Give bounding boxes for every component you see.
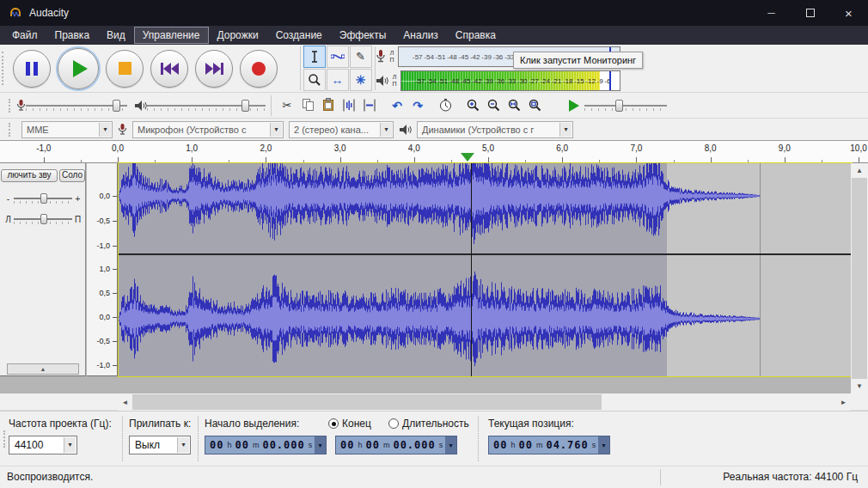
horizontal-scroll-thumb[interactable] — [132, 394, 602, 410]
timeline-label: 1,0 — [177, 143, 206, 153]
menu-generate[interactable]: Создание — [267, 27, 331, 44]
input-channels-combobox[interactable]: 2 (стерео) кана...▾ — [289, 121, 394, 138]
fit-selection-button[interactable] — [504, 95, 524, 116]
scroll-down-button[interactable]: ▼ — [851, 379, 868, 393]
cut-button[interactable]: ✂ — [277, 95, 297, 116]
menu-analyze[interactable]: Анализ — [394, 27, 447, 44]
trim-audio-button[interactable] — [339, 95, 359, 116]
output-volume-slider[interactable] — [147, 100, 266, 112]
paste-icon — [321, 98, 336, 113]
undo-button[interactable]: ↶ — [387, 95, 407, 116]
track-vertical-ruler[interactable]: 0,0-0,5-1,01,00,50,0-0,5-1,0 — [87, 163, 118, 376]
copy-button[interactable] — [297, 95, 318, 116]
selection-end-field[interactable]: 00h 00m 00.000s ▾ — [335, 436, 457, 454]
paste-button[interactable] — [318, 95, 339, 116]
meter-db-label: -36 — [495, 76, 505, 84]
toolbar-grip[interactable] — [3, 430, 8, 448]
vertical-scrollbar[interactable]: ▲ ▼ — [851, 163, 868, 393]
playhead-marker[interactable] — [461, 153, 474, 162]
toolbar-grip[interactable] — [9, 99, 13, 113]
selection-end-radio-label[interactable]: Конец — [342, 418, 371, 430]
input-device-combobox[interactable]: Микрофон (Устройство с▾ — [132, 121, 284, 138]
multi-tool-button[interactable]: ✳ — [350, 69, 372, 91]
zoom-in-button[interactable] — [462, 95, 483, 116]
pan-left-label: Л — [5, 215, 11, 224]
timeline-label: 8,0 — [696, 143, 725, 153]
meter-db-label: -51 — [437, 76, 448, 84]
time-field-dropdown-icon[interactable]: ▾ — [445, 436, 456, 454]
timeline-label: 6,0 — [547, 143, 577, 153]
mute-button[interactable]: лючить зву — [1, 169, 58, 182]
waveform-canvas[interactable] — [119, 163, 852, 376]
menu-effect[interactable]: Эффекты — [331, 27, 395, 44]
selection-length-radio-label[interactable]: Длительность — [402, 418, 469, 430]
status-bar: Воспроизводится. Реальная частота: 44100… — [0, 466, 868, 488]
pause-button[interactable] — [13, 50, 51, 88]
skip-to-end-button[interactable] — [195, 50, 233, 88]
vertical-scroll-thumb[interactable] — [852, 178, 867, 379]
sync-lock-button[interactable] — [435, 95, 455, 116]
play-button[interactable] — [58, 48, 99, 89]
scroll-right-button[interactable]: ► — [836, 393, 851, 411]
scroll-up-button[interactable]: ▲ — [851, 163, 868, 178]
selection-tool-button[interactable] — [303, 46, 326, 68]
timeshift-tool-button[interactable]: ↔ — [327, 69, 349, 91]
timeline-label: 4,0 — [400, 143, 429, 153]
fit-project-button[interactable] — [524, 95, 545, 116]
menu-transport[interactable]: Управление — [134, 27, 209, 44]
selection-length-radio[interactable] — [388, 418, 399, 429]
pan-slider[interactable] — [14, 213, 72, 225]
zoom-tool-button[interactable] — [303, 69, 326, 91]
toolbar-grip[interactable] — [9, 123, 13, 137]
meter-db-label: -51 — [436, 52, 446, 60]
maximize-button[interactable] — [791, 0, 829, 26]
gain-thumb[interactable] — [40, 193, 47, 204]
snap-to-combobox[interactable]: Выкл▾ — [129, 436, 191, 454]
timeline-ruler[interactable]: -1,00,01,02,03,04,05,06,07,08,09,010,0 — [0, 141, 868, 163]
close-button[interactable]: × — [829, 0, 868, 26]
play-at-speed-button[interactable] — [564, 95, 584, 116]
envelope-tool-button[interactable] — [327, 46, 349, 68]
amplitude-label: 1,0 — [99, 265, 110, 273]
record-button[interactable] — [240, 50, 278, 88]
current-position-field[interactable]: 00h 00m 04.760s ▾ — [488, 436, 610, 454]
project-rate-combobox[interactable]: 44100▾ — [9, 436, 77, 454]
menu-file[interactable]: Файл — [3, 27, 46, 44]
horizontal-scrollbar-row: ◄ ► — [0, 393, 868, 411]
input-volume-slider[interactable] — [26, 100, 127, 112]
output-device-combobox[interactable]: Динамики (Устройство с г▾ — [417, 121, 573, 138]
stop-button[interactable] — [106, 50, 144, 88]
play-speed-slider[interactable] — [584, 100, 667, 112]
menu-view[interactable]: Вид — [98, 27, 134, 44]
skip-to-start-icon — [161, 63, 179, 75]
minimize-button[interactable]: ─ — [752, 0, 791, 26]
selection-start-field[interactable]: 00h 00m 00.000s ▾ — [205, 436, 327, 454]
menu-edit[interactable]: Правка — [46, 27, 99, 44]
pencil-icon: ✎ — [356, 51, 365, 62]
selection-end-radio[interactable] — [328, 418, 339, 429]
time-field-dropdown-icon[interactable]: ▾ — [598, 436, 609, 454]
meter-db-label: -24 — [540, 76, 550, 84]
output-volume-thumb[interactable] — [241, 100, 249, 112]
time-field-dropdown-icon[interactable]: ▾ — [315, 436, 326, 454]
menu-help[interactable]: Справка — [447, 27, 504, 44]
toolbar-grip[interactable] — [2, 52, 6, 85]
play-speed-thumb[interactable] — [615, 100, 623, 112]
redo-button[interactable]: ↷ — [407, 95, 428, 116]
track-collapse-button[interactable]: ▲ — [7, 363, 79, 375]
waveform-view — [119, 163, 852, 376]
pan-thumb[interactable] — [40, 214, 47, 224]
scroll-left-button[interactable]: ◄ — [118, 393, 132, 411]
menu-tracks[interactable]: Дорожки — [209, 27, 267, 44]
input-volume-thumb[interactable] — [113, 100, 120, 112]
draw-tool-button[interactable]: ✎ — [350, 46, 372, 68]
playback-meter[interactable]: -57-54-51-48-45-42-39-36-33-30-27-24-21-… — [400, 70, 620, 91]
horizontal-scrollbar[interactable]: ◄ ► — [118, 393, 851, 411]
solo-button[interactable]: Соло — [59, 169, 85, 182]
zoom-out-button[interactable] — [483, 95, 504, 116]
audacity-logo-icon — [9, 6, 22, 20]
gain-slider[interactable] — [14, 192, 72, 204]
skip-to-start-button[interactable] — [150, 50, 188, 88]
silence-audio-button[interactable] — [359, 95, 380, 116]
audio-host-combobox[interactable]: MME▾ — [21, 121, 113, 138]
